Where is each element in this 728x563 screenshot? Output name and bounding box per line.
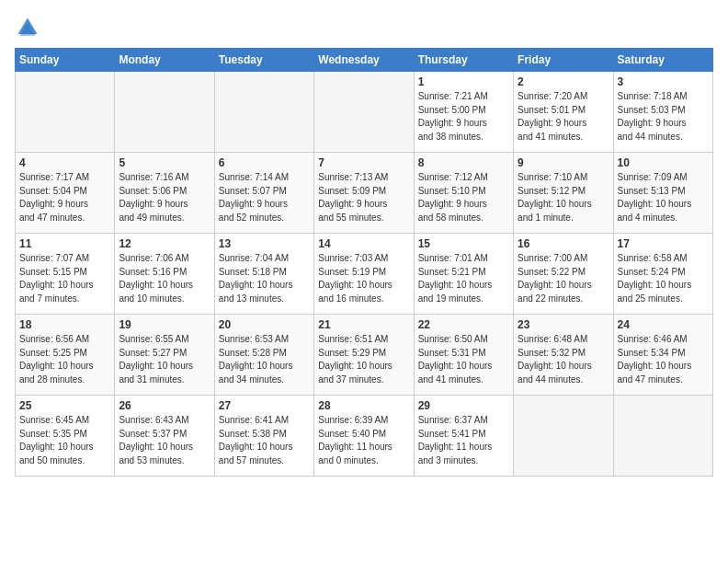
day-number: 3 [618, 75, 709, 88]
calendar-cell: 3Sunrise: 7:18 AM Sunset: 5:03 PM Daylig… [613, 72, 712, 153]
calendar-cell [16, 72, 115, 153]
logo [15, 15, 44, 40]
day-info: Sunrise: 7:09 AM Sunset: 5:13 PM Dayligh… [618, 171, 709, 224]
day-info: Sunrise: 7:00 AM Sunset: 5:22 PM Dayligh… [518, 252, 609, 305]
day-info: Sunrise: 7:10 AM Sunset: 5:12 PM Dayligh… [518, 171, 609, 224]
calendar-cell: 19Sunrise: 6:55 AM Sunset: 5:27 PM Dayli… [115, 315, 214, 396]
calendar-cell: 13Sunrise: 7:04 AM Sunset: 5:18 PM Dayli… [214, 234, 313, 315]
day-number: 6 [219, 156, 310, 169]
calendar-week-5: 25Sunrise: 6:45 AM Sunset: 5:35 PM Dayli… [16, 396, 713, 477]
header-saturday: Saturday [613, 49, 712, 72]
day-number: 17 [618, 237, 709, 250]
header-friday: Friday [514, 49, 613, 72]
calendar-cell: 9Sunrise: 7:10 AM Sunset: 5:12 PM Daylig… [514, 153, 613, 234]
day-info: Sunrise: 6:43 AM Sunset: 5:37 PM Dayligh… [119, 414, 210, 467]
day-number: 24 [618, 318, 709, 331]
calendar-header-row: SundayMondayTuesdayWednesdayThursdayFrid… [16, 49, 713, 72]
calendar-week-2: 4Sunrise: 7:17 AM Sunset: 5:04 PM Daylig… [16, 153, 713, 234]
day-info: Sunrise: 6:41 AM Sunset: 5:38 PM Dayligh… [219, 414, 310, 467]
day-info: Sunrise: 6:46 AM Sunset: 5:34 PM Dayligh… [618, 333, 709, 386]
calendar-cell: 5Sunrise: 7:16 AM Sunset: 5:06 PM Daylig… [115, 153, 214, 234]
day-number: 27 [219, 399, 310, 412]
calendar-cell: 12Sunrise: 7:06 AM Sunset: 5:16 PM Dayli… [115, 234, 214, 315]
calendar-cell [115, 72, 214, 153]
calendar-cell: 29Sunrise: 6:37 AM Sunset: 5:41 PM Dayli… [414, 396, 513, 477]
calendar-cell: 4Sunrise: 7:17 AM Sunset: 5:04 PM Daylig… [16, 153, 115, 234]
day-info: Sunrise: 7:07 AM Sunset: 5:15 PM Dayligh… [19, 252, 110, 305]
day-number: 1 [418, 75, 509, 88]
day-number: 26 [119, 399, 210, 412]
day-info: Sunrise: 6:39 AM Sunset: 5:40 PM Dayligh… [318, 414, 409, 467]
day-number: 7 [318, 156, 409, 169]
day-number: 22 [418, 318, 509, 331]
calendar-cell [613, 396, 712, 477]
day-number: 28 [318, 399, 409, 412]
calendar-cell: 25Sunrise: 6:45 AM Sunset: 5:35 PM Dayli… [16, 396, 115, 477]
calendar-cell: 1Sunrise: 7:21 AM Sunset: 5:00 PM Daylig… [414, 72, 513, 153]
header-monday: Monday [115, 49, 214, 72]
header-wednesday: Wednesday [314, 49, 414, 72]
day-number: 12 [119, 237, 210, 250]
calendar-cell: 14Sunrise: 7:03 AM Sunset: 5:19 PM Dayli… [314, 234, 414, 315]
calendar-cell: 7Sunrise: 7:13 AM Sunset: 5:09 PM Daylig… [314, 153, 414, 234]
calendar-cell [514, 396, 613, 477]
calendar-cell: 22Sunrise: 6:50 AM Sunset: 5:31 PM Dayli… [414, 315, 513, 396]
day-info: Sunrise: 7:03 AM Sunset: 5:19 PM Dayligh… [318, 252, 409, 305]
day-info: Sunrise: 7:17 AM Sunset: 5:04 PM Dayligh… [19, 171, 110, 224]
day-number: 9 [518, 156, 609, 169]
day-info: Sunrise: 7:18 AM Sunset: 5:03 PM Dayligh… [618, 90, 709, 144]
day-number: 13 [219, 237, 310, 250]
day-info: Sunrise: 6:58 AM Sunset: 5:24 PM Dayligh… [618, 252, 709, 305]
day-number: 8 [418, 156, 509, 169]
day-info: Sunrise: 6:37 AM Sunset: 5:41 PM Dayligh… [418, 414, 509, 467]
day-info: Sunrise: 7:20 AM Sunset: 5:01 PM Dayligh… [518, 90, 609, 144]
day-info: Sunrise: 7:16 AM Sunset: 5:06 PM Dayligh… [119, 171, 210, 224]
day-number: 4 [19, 156, 110, 169]
calendar-week-4: 18Sunrise: 6:56 AM Sunset: 5:25 PM Dayli… [16, 315, 713, 396]
day-info: Sunrise: 6:53 AM Sunset: 5:28 PM Dayligh… [219, 333, 310, 386]
day-info: Sunrise: 6:50 AM Sunset: 5:31 PM Dayligh… [418, 333, 509, 386]
day-number: 16 [518, 237, 609, 250]
day-info: Sunrise: 6:48 AM Sunset: 5:32 PM Dayligh… [518, 333, 609, 386]
calendar-table: SundayMondayTuesdayWednesdayThursdayFrid… [15, 48, 713, 477]
calendar-week-3: 11Sunrise: 7:07 AM Sunset: 5:15 PM Dayli… [16, 234, 713, 315]
calendar-cell: 24Sunrise: 6:46 AM Sunset: 5:34 PM Dayli… [613, 315, 712, 396]
calendar-cell: 27Sunrise: 6:41 AM Sunset: 5:38 PM Dayli… [214, 396, 313, 477]
day-number: 15 [418, 237, 509, 250]
header-thursday: Thursday [414, 49, 513, 72]
day-number: 18 [19, 318, 110, 331]
day-number: 11 [19, 237, 110, 250]
calendar-cell: 11Sunrise: 7:07 AM Sunset: 5:15 PM Dayli… [16, 234, 115, 315]
logo-icon [15, 15, 40, 40]
calendar-week-1: 1Sunrise: 7:21 AM Sunset: 5:00 PM Daylig… [16, 72, 713, 153]
calendar-cell: 16Sunrise: 7:00 AM Sunset: 5:22 PM Dayli… [514, 234, 613, 315]
day-info: Sunrise: 7:01 AM Sunset: 5:21 PM Dayligh… [418, 252, 509, 305]
day-info: Sunrise: 7:13 AM Sunset: 5:09 PM Dayligh… [318, 171, 409, 224]
day-number: 5 [119, 156, 210, 169]
day-number: 29 [418, 399, 509, 412]
calendar-cell: 20Sunrise: 6:53 AM Sunset: 5:28 PM Dayli… [214, 315, 313, 396]
header-tuesday: Tuesday [214, 49, 313, 72]
calendar-cell: 8Sunrise: 7:12 AM Sunset: 5:10 PM Daylig… [414, 153, 513, 234]
calendar-cell: 2Sunrise: 7:20 AM Sunset: 5:01 PM Daylig… [514, 72, 613, 153]
calendar-body: 1Sunrise: 7:21 AM Sunset: 5:00 PM Daylig… [16, 72, 713, 477]
day-number: 19 [119, 318, 210, 331]
day-number: 2 [518, 75, 609, 88]
day-info: Sunrise: 7:04 AM Sunset: 5:18 PM Dayligh… [219, 252, 310, 305]
calendar-cell: 10Sunrise: 7:09 AM Sunset: 5:13 PM Dayli… [613, 153, 712, 234]
day-info: Sunrise: 6:45 AM Sunset: 5:35 PM Dayligh… [19, 414, 110, 467]
calendar-cell [314, 72, 414, 153]
day-info: Sunrise: 7:14 AM Sunset: 5:07 PM Dayligh… [219, 171, 310, 224]
calendar-cell: 17Sunrise: 6:58 AM Sunset: 5:24 PM Dayli… [613, 234, 712, 315]
calendar-cell: 15Sunrise: 7:01 AM Sunset: 5:21 PM Dayli… [414, 234, 513, 315]
day-info: Sunrise: 6:55 AM Sunset: 5:27 PM Dayligh… [119, 333, 210, 386]
header-sunday: Sunday [16, 49, 115, 72]
day-number: 25 [19, 399, 110, 412]
day-number: 14 [318, 237, 409, 250]
calendar-cell: 21Sunrise: 6:51 AM Sunset: 5:29 PM Dayli… [314, 315, 414, 396]
day-info: Sunrise: 7:21 AM Sunset: 5:00 PM Dayligh… [418, 90, 509, 144]
calendar-cell: 23Sunrise: 6:48 AM Sunset: 5:32 PM Dayli… [514, 315, 613, 396]
day-number: 10 [618, 156, 709, 169]
calendar-cell [214, 72, 313, 153]
day-info: Sunrise: 7:12 AM Sunset: 5:10 PM Dayligh… [418, 171, 509, 224]
